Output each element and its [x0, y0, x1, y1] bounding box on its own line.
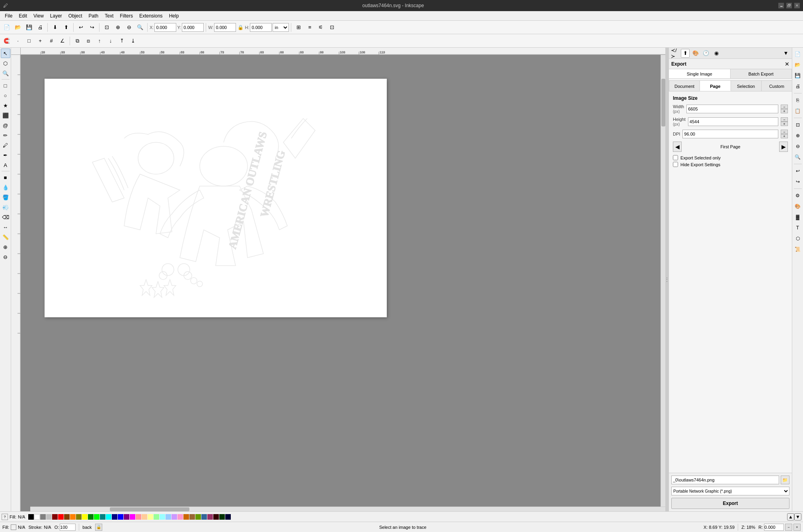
raise-top-button[interactable]: ⤒: [117, 36, 127, 46]
browse-path-button[interactable]: 📁: [781, 476, 789, 484]
fr-save-icon[interactable]: 💾: [793, 71, 803, 80]
zoom-in-button[interactable]: ⊕: [113, 22, 123, 33]
dpi-input[interactable]: [682, 130, 778, 138]
swatch-darkblue[interactable]: [225, 514, 231, 520]
tab-custom[interactable]: Custom: [761, 80, 792, 91]
fr-paste-icon[interactable]: 📋: [793, 106, 803, 116]
spiral-tool[interactable]: @: [1, 120, 10, 130]
swatch-lightyellow[interactable]: [148, 514, 153, 520]
swatch-darkorange[interactable]: [183, 514, 189, 520]
maximize-button[interactable]: 🗗: [786, 3, 792, 8]
dpi-increment[interactable]: +: [781, 134, 788, 138]
menu-layer[interactable]: Layer: [47, 12, 65, 19]
swatch-lightblue[interactable]: [166, 514, 171, 520]
undo-button[interactable]: ↩: [76, 22, 86, 33]
zoom-tool[interactable]: 🔍: [1, 68, 10, 78]
swatch-purple[interactable]: [124, 514, 129, 520]
node-tool[interactable]: ⬡: [1, 58, 10, 68]
minimize-button[interactable]: 🗕: [778, 3, 784, 8]
swatch-darkgreen[interactable]: [219, 514, 225, 520]
menu-extensions[interactable]: Extensions: [136, 12, 166, 19]
panel-tab-paint[interactable]: 🎨: [691, 49, 700, 58]
measure-tool[interactable]: 📏: [1, 232, 10, 242]
w-input[interactable]: [214, 23, 236, 32]
snap-guide[interactable]: +: [35, 36, 45, 46]
fr-open-icon[interactable]: 📂: [793, 60, 803, 70]
import-button[interactable]: ⬇: [50, 22, 60, 33]
fr-undo-icon[interactable]: ↩: [793, 166, 803, 176]
fr-zoom-out-icon[interactable]: ⊖: [793, 142, 803, 151]
ungroup-button[interactable]: ⧈: [83, 36, 94, 46]
hide-settings-checkbox[interactable]: [673, 162, 678, 167]
calligraphy-tool[interactable]: ✒: [1, 150, 10, 160]
swatch-maroon[interactable]: [52, 514, 58, 520]
rotate-decrement[interactable]: −: [785, 524, 792, 531]
tab-document[interactable]: Document: [669, 80, 700, 91]
tab-page[interactable]: Page: [700, 80, 731, 91]
format-select[interactable]: Portable Network Graphic (*.png) JPEG (*…: [671, 487, 789, 495]
swatch-orange[interactable]: [70, 514, 76, 520]
menu-filters[interactable]: Filters: [117, 12, 136, 19]
swatch-darkred[interactable]: [213, 514, 219, 520]
3d-box-tool[interactable]: ⬛: [1, 111, 10, 120]
swatch-olive[interactable]: [76, 514, 82, 520]
fr-redo-icon[interactable]: ↪: [793, 177, 803, 186]
height-increment[interactable]: +: [781, 122, 788, 126]
width-increment[interactable]: +: [781, 109, 788, 113]
lower-bottom-button[interactable]: ⤓: [128, 36, 138, 46]
palette-scroll-up[interactable]: ▲: [787, 513, 794, 520]
palette-scroll-down[interactable]: ▼: [794, 513, 801, 520]
swatch-lime[interactable]: [94, 514, 99, 520]
swatch-lightgreen[interactable]: [154, 514, 159, 520]
canvas-area[interactable]: AMERICAN OUTLAWS WRESTLING: [21, 55, 665, 511]
panel-tab-export[interactable]: ⬆: [681, 49, 690, 58]
snap-bbox[interactable]: □: [24, 36, 34, 46]
fr-print-icon[interactable]: 🖨: [793, 82, 803, 91]
swatch-silver[interactable]: [46, 514, 52, 520]
x-input[interactable]: [154, 23, 176, 32]
swatch-brown[interactable]: [64, 514, 70, 520]
swatch-plum[interactable]: [207, 514, 213, 520]
zoom-select-button[interactable]: 🔍: [135, 22, 145, 33]
circle-tool[interactable]: ○: [1, 91, 10, 100]
save-button[interactable]: 💾: [24, 22, 34, 33]
fr-zoom-select-icon[interactable]: 🔍: [793, 152, 803, 162]
fr-zoom-in-icon[interactable]: ⊕: [793, 131, 803, 140]
zoom-out-button[interactable]: ⊖: [124, 22, 134, 33]
fr-colorpicker-icon[interactable]: 🎨: [793, 202, 803, 211]
horizontal-scrollbar[interactable]: [30, 507, 665, 511]
fr-script-icon[interactable]: 📜: [793, 245, 803, 254]
swatch-gray[interactable]: [40, 514, 46, 520]
menu-object[interactable]: Object: [65, 12, 86, 19]
width-decrement[interactable]: −: [781, 105, 788, 109]
swatch-lightcyan[interactable]: [160, 514, 165, 520]
h-scroll-thumb[interactable]: [110, 507, 189, 511]
opacity-input[interactable]: [60, 524, 76, 531]
rotate-input[interactable]: [764, 524, 784, 531]
lower-button[interactable]: ↓: [105, 36, 116, 46]
spray-tool[interactable]: 💨: [1, 202, 10, 212]
text-tool[interactable]: A: [1, 160, 10, 170]
dpi-decrement[interactable]: −: [781, 130, 788, 134]
transform-button[interactable]: ⊞: [293, 22, 304, 33]
height-input[interactable]: [688, 117, 778, 126]
eraser-tool[interactable]: ⌫: [1, 212, 10, 222]
close-button[interactable]: ✕: [794, 3, 800, 8]
next-page-button[interactable]: ▶: [779, 142, 788, 152]
fr-new-icon[interactable]: 📄: [793, 49, 803, 59]
menu-view[interactable]: View: [30, 12, 47, 19]
swatch-teal[interactable]: [100, 514, 105, 520]
gradient-tool[interactable]: ■: [1, 173, 10, 182]
panel-tab-history[interactable]: 🕐: [702, 49, 710, 58]
swatch-peach[interactable]: [142, 514, 147, 520]
rect-tool[interactable]: □: [1, 81, 10, 90]
export-path-input[interactable]: [671, 476, 779, 484]
grid-button[interactable]: ⊡: [327, 22, 337, 33]
rotate-increment[interactable]: +: [793, 524, 801, 531]
swatch-magenta[interactable]: [130, 514, 135, 520]
snap-grid[interactable]: #: [46, 36, 57, 46]
paint-bucket-tool[interactable]: 🪣: [1, 192, 10, 202]
fr-nodes-icon[interactable]: ⬡: [793, 234, 803, 243]
menu-edit[interactable]: Edit: [16, 12, 30, 19]
canvas-page[interactable]: AMERICAN OUTLAWS WRESTLING: [45, 79, 387, 317]
